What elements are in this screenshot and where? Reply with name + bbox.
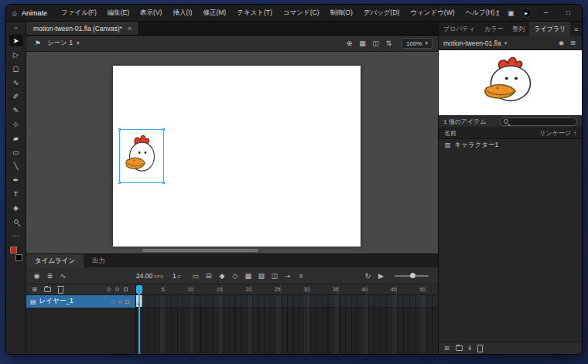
frame-grid[interactable]: 5101520253035404550: [136, 284, 438, 354]
create-tween-icon[interactable]: ⇢: [282, 270, 293, 281]
layer-frames-row[interactable]: [136, 295, 438, 308]
loop-icon[interactable]: ↻: [362, 270, 374, 281]
menu-item[interactable]: コマンド(C): [283, 9, 320, 18]
share-icon[interactable]: ↥: [494, 9, 501, 17]
menu-item[interactable]: 編集(E): [108, 9, 129, 18]
layer-outline-swatch[interactable]: [125, 300, 129, 304]
minimize-button[interactable]: ─: [538, 9, 554, 16]
menu-item[interactable]: ヘルプ(H): [466, 9, 495, 18]
lasso-tool[interactable]: ∿: [9, 77, 23, 88]
graph-editor-icon[interactable]: ∿: [57, 270, 69, 281]
menu-item[interactable]: 挿入(I): [173, 9, 192, 18]
menu-item[interactable]: 制御(O): [330, 9, 352, 18]
play-button[interactable]: ▶: [375, 270, 387, 281]
timeline-tab[interactable]: 出力: [84, 254, 114, 267]
new-folder-button[interactable]: [43, 285, 52, 294]
selection-handle[interactable]: [118, 128, 121, 131]
selection-handle[interactable]: [162, 128, 165, 131]
layer-visibility-dot[interactable]: [111, 300, 115, 304]
line-tool[interactable]: ╲: [9, 160, 23, 172]
panel-tab[interactable]: ライブラリ: [529, 22, 570, 36]
sort-asc-icon[interactable]: ↑: [573, 130, 576, 137]
fit-content-icon[interactable]: ▦: [357, 38, 368, 49]
collapse-dock-icon[interactable]: «: [9, 24, 23, 32]
document-tab[interactable]: motion-tween-01.fla (Canvas)* ×: [26, 22, 139, 35]
linkage-column-header[interactable]: リンケージ: [539, 129, 571, 138]
delete-item-button[interactable]: [477, 346, 483, 352]
pin-library-icon[interactable]: ◉: [557, 39, 566, 47]
outline-column-icon[interactable]: [124, 287, 128, 291]
center-stage-icon[interactable]: ⊕: [344, 38, 355, 49]
lock-column-icon[interactable]: [115, 287, 119, 291]
menu-item[interactable]: 修正(M): [203, 9, 226, 18]
home-icon[interactable]: ⌂: [12, 9, 17, 17]
paint-bucket-tool[interactable]: ◈: [9, 202, 23, 213]
menu-item[interactable]: テキスト(T): [237, 9, 272, 18]
scene-caret-icon[interactable]: ▾: [77, 40, 80, 46]
menu-item[interactable]: 表示(V): [140, 9, 162, 18]
frame-view-icon[interactable]: ≡: [295, 270, 306, 281]
remove-frame-icon[interactable]: ⊟: [203, 270, 214, 281]
library-item-name[interactable]: キャラクター1: [455, 141, 499, 150]
tab-close-icon[interactable]: ×: [128, 25, 132, 32]
stroke-color-swatch[interactable]: [15, 254, 22, 261]
layer-lock-dot[interactable]: [118, 300, 122, 304]
new-layer-button[interactable]: ⊞: [30, 285, 39, 294]
panel-tab[interactable]: 整列: [508, 22, 529, 36]
subselection-tool[interactable]: ▷: [9, 49, 23, 60]
maximize-button[interactable]: □: [561, 9, 576, 16]
menu-item[interactable]: デバッグ(D): [364, 9, 400, 18]
frame-ruler[interactable]: 5101520253035404550: [136, 284, 438, 295]
fill-color-swatch[interactable]: [10, 247, 17, 253]
insert-frame-icon[interactable]: ▭: [190, 270, 201, 281]
timeline-tab[interactable]: タイムライン: [26, 254, 84, 267]
selection-tool[interactable]: ➤: [9, 35, 23, 46]
library-item[interactable]: ▧ キャラクター1: [439, 139, 582, 151]
zoom-level-select[interactable]: 100% ▾: [402, 38, 432, 49]
insert-blank-keyframe-icon[interactable]: ◇: [229, 270, 241, 281]
current-frame-display[interactable]: 1 F: [173, 272, 180, 280]
classic-brush-tool[interactable]: ✎: [9, 104, 23, 116]
new-folder-button[interactable]: [456, 345, 463, 351]
clip-content-icon[interactable]: ◫: [370, 38, 381, 49]
workspace-icon[interactable]: ▣: [508, 9, 514, 17]
pasteboard[interactable]: [26, 52, 438, 253]
layer-name[interactable]: レイヤー_1: [39, 297, 74, 306]
fps-display[interactable]: 24.00 FPS: [136, 272, 163, 280]
library-document-select[interactable]: motion-tween-01.fla ▾ ◉ ⊞: [439, 36, 582, 50]
text-tool[interactable]: T: [9, 188, 23, 199]
scene-name[interactable]: シーン 1: [47, 39, 73, 48]
free-transform-tool[interactable]: ◻: [9, 63, 23, 74]
insert-keyframe-icon[interactable]: ◆: [216, 270, 227, 281]
quick-test-button[interactable]: ▶: [521, 8, 532, 18]
layer-row[interactable]: ▤ レイヤー_1: [26, 295, 135, 308]
panel-tab[interactable]: カラー: [480, 22, 508, 36]
camera-icon[interactable]: ◉: [31, 270, 43, 281]
onion-skin-outline-icon[interactable]: ▨: [255, 270, 267, 281]
asset-warp-tool[interactable]: ⊹: [9, 118, 23, 130]
onion-skin-icon[interactable]: ▩: [242, 270, 254, 281]
chicken-character[interactable]: [121, 131, 163, 181]
menu-item[interactable]: ファイル(F): [61, 9, 97, 18]
slider-knob[interactable]: [410, 273, 415, 278]
selection-bounding-box[interactable]: [119, 129, 164, 183]
selection-handle[interactable]: [118, 182, 121, 184]
pen-tool[interactable]: ✒: [9, 174, 23, 185]
timeline-zoom-slider[interactable]: [395, 275, 429, 277]
name-column-header[interactable]: 名前: [444, 129, 456, 138]
fluid-brush-tool[interactable]: ✐: [9, 90, 23, 102]
item-properties-button[interactable]: ℹ: [469, 345, 471, 352]
selection-handle[interactable]: [162, 182, 165, 184]
edit-multiple-frames-icon[interactable]: ◫: [268, 270, 280, 281]
new-symbol-button[interactable]: ⊞: [444, 345, 450, 352]
eraser-tool[interactable]: ▰: [9, 132, 23, 144]
more-tools-button[interactable]: ⋯: [9, 230, 23, 241]
zoom-tool[interactable]: [9, 216, 23, 227]
rectangle-tool[interactable]: ▭: [9, 146, 23, 158]
stage[interactable]: [113, 66, 361, 247]
layer-depth-icon[interactable]: ≣: [44, 270, 56, 281]
delete-layer-button[interactable]: [56, 285, 65, 294]
library-search-field[interactable]: [500, 117, 577, 126]
panel-tab[interactable]: プロパティ: [439, 22, 480, 36]
new-library-panel-icon[interactable]: ⊞: [569, 39, 577, 47]
